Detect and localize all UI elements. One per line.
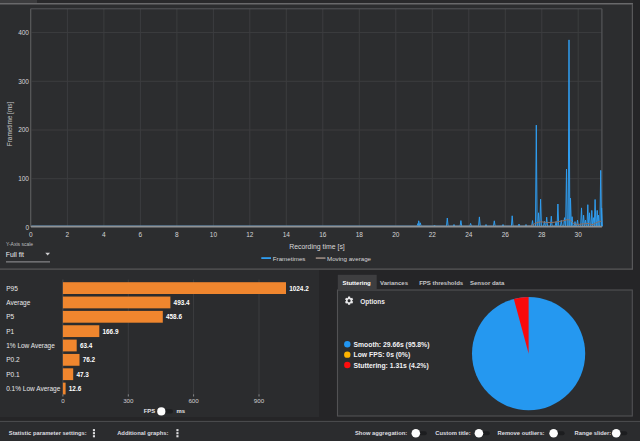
svg-text:1024.2: 1024.2 [289,285,309,292]
svg-text:P1: P1 [6,328,14,335]
svg-text:18: 18 [356,231,364,238]
svg-text:0: 0 [29,231,33,238]
svg-text:200: 200 [18,126,29,133]
svg-text:0: 0 [61,397,65,404]
svg-text:Stuttering: 1.31s (4.2%): Stuttering: 1.31s (4.2%) [354,362,429,370]
svg-text:Range slider:: Range slider: [575,430,612,436]
svg-text:Y-Axis scale: Y-Axis scale [6,241,33,247]
svg-text:Smooth: 29.66s (95.8%): Smooth: 29.66s (95.8%) [354,341,430,349]
svg-text:FPS thresholds: FPS thresholds [419,280,464,286]
svg-text:P5: P5 [6,313,14,320]
svg-text:Average: Average [6,299,30,307]
svg-text:10: 10 [210,231,218,238]
svg-text:458.6: 458.6 [166,313,182,320]
svg-text:8: 8 [175,231,179,238]
svg-text:20: 20 [392,231,400,238]
svg-text:0: 0 [25,224,29,231]
svg-text:FPS: FPS [144,408,156,414]
svg-text:300: 300 [18,78,29,85]
svg-text:26: 26 [502,231,510,238]
svg-text:63.4: 63.4 [80,342,93,349]
svg-text:166.9: 166.9 [103,328,119,335]
svg-text:Full fit: Full fit [6,251,24,258]
svg-text:4: 4 [102,231,106,238]
svg-text:14: 14 [283,231,291,238]
svg-text:Sensor data: Sensor data [470,280,505,286]
svg-text:0.1% Low Average: 0.1% Low Average [6,385,60,393]
svg-text:P0.2: P0.2 [6,356,20,363]
svg-text:Additional graphs:: Additional graphs: [117,430,168,436]
svg-text:P95: P95 [6,285,18,292]
svg-text:Variances: Variances [380,280,409,286]
svg-text:22: 22 [429,231,437,238]
svg-text:Stuttering: Stuttering [342,280,371,286]
svg-text:Options: Options [360,298,385,306]
svg-text:493.4: 493.4 [174,299,190,306]
svg-text:Recording time [s]: Recording time [s] [289,243,345,251]
svg-text:Custom title:: Custom title: [435,430,470,436]
svg-text:Moving average: Moving average [327,255,372,262]
svg-text:1% Low Average: 1% Low Average [6,342,55,350]
svg-text:900: 900 [254,397,265,404]
svg-text:12.6: 12.6 [69,385,82,392]
svg-text:600: 600 [188,397,199,404]
svg-text:Remove outliers:: Remove outliers: [498,430,545,436]
svg-text:24: 24 [465,231,473,238]
svg-text:76.2: 76.2 [83,356,96,363]
svg-text:300: 300 [123,397,134,404]
svg-text:ms: ms [177,408,186,414]
svg-text:Low FPS: 0s (0%): Low FPS: 0s (0%) [354,351,411,359]
svg-text:Statistic parameter settings:: Statistic parameter settings: [9,430,87,436]
svg-text:6: 6 [139,231,143,238]
svg-text:28: 28 [538,231,546,238]
svg-text:16: 16 [319,231,327,238]
svg-text:Show aggregation:: Show aggregation: [355,430,407,436]
svg-text:30: 30 [575,231,583,238]
svg-text:400: 400 [18,29,29,36]
svg-text:100: 100 [18,175,29,182]
svg-text:12: 12 [246,231,254,238]
svg-text:P0.1: P0.1 [6,371,20,378]
svg-text:Frametime [ms]: Frametime [ms] [6,102,14,147]
svg-text:47.3: 47.3 [76,371,89,378]
svg-text:Frametimes: Frametimes [273,255,306,262]
svg-text:2: 2 [66,231,70,238]
